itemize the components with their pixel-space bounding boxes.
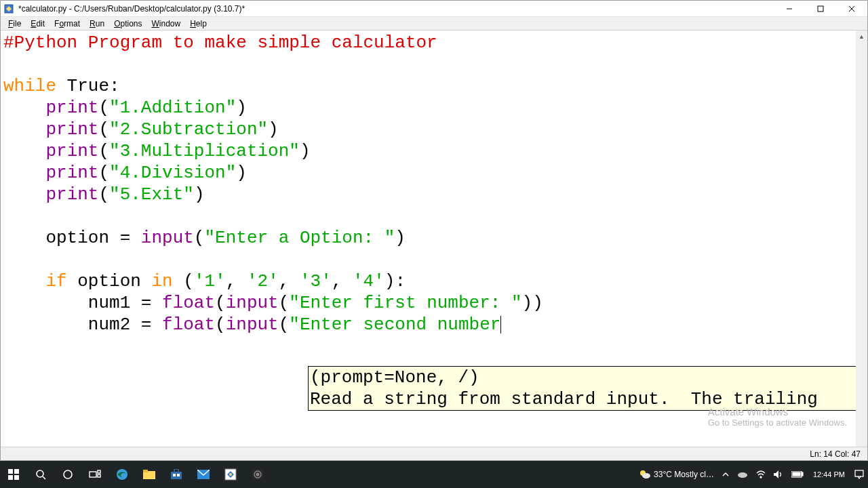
- wifi-icon[interactable]: [752, 461, 770, 488]
- svg-point-29: [642, 473, 650, 479]
- idle-taskbar-icon[interactable]: [217, 461, 244, 488]
- start-button[interactable]: [0, 461, 27, 488]
- svg-rect-7: [8, 475, 13, 480]
- svg-rect-33: [802, 472, 803, 476]
- svg-line-10: [43, 476, 45, 479]
- search-button[interactable]: [27, 461, 54, 488]
- calltip-tooltip: (prompt=None, /) Read a string from stan…: [308, 366, 863, 411]
- battery-icon[interactable]: [787, 461, 808, 488]
- menu-options[interactable]: Options: [109, 18, 146, 29]
- text-cursor: [500, 316, 501, 333]
- weather-widget[interactable]: 33°C Mostly cl…: [635, 461, 718, 488]
- system-tray: 33°C Mostly cl… 12:44 PM: [635, 461, 868, 488]
- obs-icon[interactable]: [244, 461, 271, 488]
- svg-rect-21: [177, 474, 180, 476]
- volume-icon[interactable]: [770, 461, 787, 488]
- close-button[interactable]: [836, 1, 867, 16]
- task-view-button[interactable]: [81, 461, 108, 488]
- vertical-scrollbar[interactable]: ▲: [856, 30, 867, 448]
- svg-rect-14: [98, 474, 100, 477]
- svg-point-9: [37, 470, 43, 477]
- statusbar: Ln: 14 Col: 47: [1, 447, 867, 460]
- code-editor[interactable]: #Python Program to make simple calculato…: [1, 30, 867, 337]
- menu-run[interactable]: Run: [85, 18, 109, 29]
- menu-format[interactable]: Format: [50, 18, 85, 29]
- svg-point-11: [64, 470, 72, 479]
- minimize-button[interactable]: [774, 1, 805, 16]
- cortana-button[interactable]: [54, 461, 81, 488]
- notifications-icon[interactable]: [850, 461, 868, 488]
- svg-rect-34: [793, 472, 800, 476]
- svg-rect-20: [173, 474, 176, 476]
- menu-help[interactable]: Help: [185, 18, 212, 29]
- store-icon[interactable]: [163, 461, 190, 488]
- svg-point-27: [256, 473, 260, 476]
- mail-icon[interactable]: [190, 461, 217, 488]
- scroll-up-arrow[interactable]: ▲: [856, 30, 867, 42]
- idle-icon: [3, 3, 14, 14]
- menu-edit[interactable]: Edit: [26, 18, 50, 29]
- menu-file[interactable]: File: [3, 18, 26, 29]
- svg-point-30: [738, 472, 747, 478]
- svg-rect-12: [90, 472, 96, 477]
- svg-rect-2: [818, 6, 823, 12]
- menu-window[interactable]: Window: [147, 18, 186, 29]
- cursor-position: Ln: 14 Col: 47: [810, 449, 861, 459]
- file-explorer-icon[interactable]: [136, 461, 163, 488]
- idle-window: *calculator.py - C:/Users/Ruban/Desktop/…: [0, 0, 868, 461]
- code-comment: #Python Program to make simple calculato…: [3, 33, 437, 53]
- titlebar: *calculator.py - C:/Users/Ruban/Desktop/…: [1, 1, 867, 17]
- editor-area[interactable]: #Python Program to make simple calculato…: [1, 30, 867, 448]
- svg-rect-35: [855, 470, 863, 476]
- svg-rect-6: [14, 469, 19, 474]
- svg-point-31: [760, 476, 762, 478]
- svg-rect-17: [143, 470, 148, 472]
- svg-rect-8: [14, 475, 19, 480]
- activate-windows-watermark: Activate Windows Go to Settings to activ…: [708, 406, 847, 428]
- edge-icon[interactable]: [108, 461, 136, 488]
- svg-rect-5: [8, 469, 13, 474]
- svg-point-24: [229, 473, 232, 476]
- onedrive-icon[interactable]: [733, 461, 752, 488]
- maximize-button[interactable]: [805, 1, 836, 16]
- clock[interactable]: 12:44 PM: [808, 470, 850, 479]
- svg-rect-13: [98, 470, 100, 473]
- taskbar: 33°C Mostly cl… 12:44 PM: [0, 461, 868, 488]
- window-title: *calculator.py - C:/Users/Ruban/Desktop/…: [17, 4, 774, 14]
- menubar: File Edit Format Run Options Window Help: [1, 17, 867, 30]
- tray-chevron-up-icon[interactable]: [718, 461, 733, 488]
